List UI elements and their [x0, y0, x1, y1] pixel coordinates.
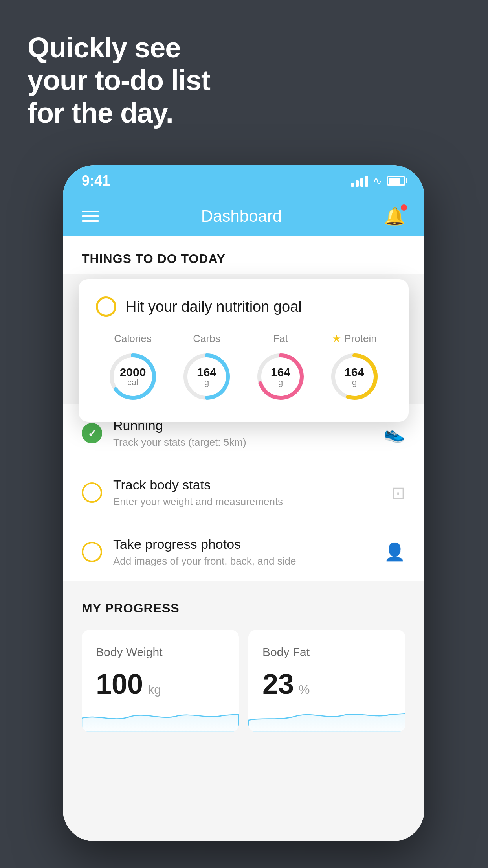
- todo-desc-body-stats: Enter your weight and measurements: [113, 496, 380, 508]
- calories-label: Calories: [114, 333, 151, 345]
- nutrition-stats: Calories 2000 cal: [96, 333, 391, 402]
- nutrition-title: Hit your daily nutrition goal: [126, 298, 302, 315]
- star-icon: ★: [332, 333, 341, 345]
- body-weight-wave: [82, 701, 239, 732]
- fat-unit: g: [271, 378, 290, 387]
- hero-text: Quickly see your to-do list for the day.: [28, 31, 210, 129]
- todo-name-body-stats: Track body stats: [113, 477, 380, 493]
- todo-info-running: Running Track your stats (target: 5km): [113, 418, 373, 449]
- phone-frame: 9:41 ∿ Dashboard 🔔: [63, 165, 424, 841]
- status-bar: 9:41 ∿: [63, 165, 424, 197]
- fat-label: Fat: [273, 333, 288, 345]
- body-weight-unit: kg: [148, 682, 161, 697]
- carbs-ring: 164 g: [181, 351, 232, 402]
- carbs-label: Carbs: [193, 333, 220, 345]
- calories-value: 2000: [120, 366, 146, 378]
- nutrition-radio[interactable]: [96, 296, 116, 317]
- hamburger-menu[interactable]: [82, 211, 99, 222]
- wifi-icon: ∿: [373, 175, 382, 188]
- carbs-unit: g: [197, 378, 216, 387]
- nutrition-card[interactable]: Hit your daily nutrition goal Calories: [79, 279, 409, 422]
- nav-bar: Dashboard 🔔: [63, 197, 424, 236]
- fat-value: 164: [271, 366, 290, 378]
- signal-icon: [351, 175, 368, 187]
- progress-section-title: MY PROGRESS: [82, 601, 405, 616]
- scale-icon: ⊡: [391, 483, 405, 503]
- todo-radio-body-stats[interactable]: [82, 482, 102, 503]
- body-weight-number: 100: [96, 670, 143, 698]
- body-fat-card[interactable]: Body Fat 23 %: [248, 630, 405, 732]
- body-weight-label: Body Weight: [96, 645, 225, 659]
- carbs-stat: Carbs 164 g: [181, 333, 232, 402]
- todo-desc-progress-photos: Add images of your front, back, and side: [113, 555, 373, 567]
- todo-name-progress-photos: Take progress photos: [113, 537, 373, 552]
- carbs-value: 164: [197, 366, 216, 378]
- status-icons: ∿: [351, 175, 405, 188]
- content-area: THINGS TO DO TODAY Hit your daily nutrit…: [63, 236, 424, 841]
- protein-label: ★ Protein: [332, 333, 376, 345]
- body-weight-card[interactable]: Body Weight 100 kg: [82, 630, 239, 732]
- protein-unit: g: [345, 378, 364, 387]
- body-fat-wave: [248, 701, 405, 732]
- nutrition-header: Hit your daily nutrition goal: [96, 296, 391, 317]
- body-fat-number: 23: [262, 670, 294, 698]
- todo-item-progress-photos[interactable]: Take progress photos Add images of your …: [63, 522, 424, 581]
- todo-radio-progress-photos[interactable]: [82, 542, 102, 562]
- calories-unit: cal: [120, 378, 146, 387]
- body-fat-label: Body Fat: [262, 645, 391, 659]
- things-section-title: THINGS TO DO TODAY: [82, 252, 405, 274]
- hero-line2: your to-do list: [28, 64, 210, 97]
- todo-radio-running[interactable]: [82, 423, 102, 443]
- battery-icon: [387, 176, 405, 186]
- things-section: THINGS TO DO TODAY: [63, 236, 424, 274]
- photo-icon: 👤: [384, 542, 405, 562]
- notification-dot: [401, 204, 407, 211]
- nav-title: Dashboard: [201, 207, 282, 226]
- hero-line3: for the day.: [28, 97, 210, 129]
- todo-desc-running: Track your stats (target: 5km): [113, 436, 373, 449]
- running-icon: 👟: [384, 423, 405, 443]
- calories-stat: Calories 2000 cal: [107, 333, 158, 402]
- notification-bell[interactable]: 🔔: [384, 206, 405, 226]
- fat-ring: 164 g: [255, 351, 306, 402]
- body-fat-unit: %: [299, 682, 310, 697]
- fat-stat: Fat 164 g: [255, 333, 306, 402]
- progress-section: MY PROGRESS Body Weight 100 kg: [63, 581, 424, 748]
- phone-container: 9:41 ∿ Dashboard 🔔: [63, 165, 424, 841]
- protein-stat: ★ Protein 164 g: [329, 333, 380, 402]
- protein-value: 164: [345, 366, 364, 378]
- todo-info-body-stats: Track body stats Enter your weight and m…: [113, 477, 380, 508]
- todo-item-body-stats[interactable]: Track body stats Enter your weight and m…: [63, 463, 424, 522]
- status-time: 9:41: [82, 173, 110, 189]
- todo-info-progress-photos: Take progress photos Add images of your …: [113, 537, 373, 567]
- body-weight-value-row: 100 kg: [96, 670, 225, 698]
- calories-ring: 2000 cal: [107, 351, 158, 402]
- body-fat-value-row: 23 %: [262, 670, 391, 698]
- hero-line1: Quickly see: [28, 31, 210, 64]
- progress-cards: Body Weight 100 kg: [82, 630, 405, 732]
- protein-ring: 164 g: [329, 351, 380, 402]
- todo-list: Running Track your stats (target: 5km) 👟…: [63, 404, 424, 581]
